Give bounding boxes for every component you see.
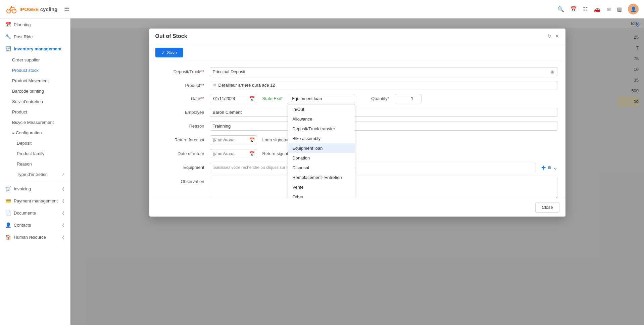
dropdown-option-other[interactable]: Other: [288, 192, 355, 198]
equipment-add-button[interactable]: ✚: [541, 165, 546, 171]
reason-input[interactable]: [210, 122, 557, 131]
employee-row: Employee: [157, 108, 557, 117]
layout-icon[interactable]: ▩: [617, 6, 622, 12]
car-icon[interactable]: 🚗: [594, 6, 600, 12]
post-ride-icon: 🔧: [5, 34, 11, 39]
user-avatar[interactable]: 👤: [628, 4, 639, 14]
sidebar-item-inventory[interactable]: 🔄 Inventory management: [0, 43, 70, 55]
mail-icon[interactable]: ✉: [606, 6, 611, 12]
observation-textarea[interactable]: [210, 177, 557, 198]
modal-footer: Close: [149, 198, 565, 217]
deposit-truck-row: Deposit/Truck* ◉: [157, 67, 557, 76]
sidebar-item-contacts[interactable]: 👤 Contacts ❮: [0, 219, 70, 231]
deposit-truck-label: Deposit/Truck*: [157, 67, 204, 74]
sidebar-item-product-movement[interactable]: Product Movement: [0, 76, 70, 86]
quantity-input[interactable]: [395, 94, 422, 103]
dropdown-option-in-out[interactable]: In/Out: [288, 104, 355, 114]
dropdown-option-deposit-transfer[interactable]: Deposit/Truck transfer: [288, 124, 355, 134]
documents-icon: 📄: [5, 210, 11, 216]
dropdown-option-bike-assembly[interactable]: Bike assembly: [288, 134, 355, 143]
date-field: 📅 State Exit* Equipment loan In/Out Allo…: [210, 94, 557, 103]
calendar-icon[interactable]: 📅: [570, 6, 577, 12]
human-resource-icon: 🏠: [5, 234, 11, 240]
payment-icon: 💳: [5, 198, 11, 203]
date-return-field: 📅 Return signature: [210, 149, 557, 158]
dropdown-option-allowance[interactable]: Allowance: [288, 114, 355, 124]
product-tag-value: Dérailleur arriéré dura ace 12: [218, 83, 275, 88]
return-forecast-label: Return forecast: [157, 135, 204, 142]
planning-icon: 📅: [5, 22, 11, 27]
sidebar-item-product-stock[interactable]: Product stock: [0, 65, 70, 76]
sidebar-item-reason[interactable]: Reason: [0, 159, 70, 169]
close-button[interactable]: Close: [535, 202, 559, 213]
date-label: Date*: [157, 94, 204, 101]
modal-refresh-icon[interactable]: ↻: [547, 33, 552, 39]
return-forecast-calendar-icon[interactable]: 📅: [249, 137, 255, 143]
inventory-icon: 🔄: [5, 46, 11, 51]
return-forecast-input[interactable]: [212, 136, 249, 144]
equipment-hint[interactable]: Saisissez votre recherche ou cliquez sur…: [210, 163, 536, 172]
sidebar-item-payment-management[interactable]: 💳 Payment management ❮: [0, 195, 70, 207]
grid-icon[interactable]: ☷: [583, 6, 588, 12]
modal-toolbar: ✓ Save: [149, 44, 565, 61]
product-tag-remove[interactable]: ✕: [213, 83, 216, 88]
equipment-field: Saisissez votre recherche ou cliquez sur…: [210, 163, 557, 172]
sidebar-item-documents[interactable]: 📄 Documents ❮: [0, 207, 70, 219]
dropdown-option-disposal[interactable]: Disposal: [288, 163, 355, 173]
sidebar-item-product-family[interactable]: Product family: [0, 148, 70, 159]
sidebar-item-order-supplier[interactable]: Order supplier: [0, 55, 70, 65]
sidebar-item-type-entretien[interactable]: Type d'entretien ↗: [0, 169, 70, 180]
dropdown-option-remplacement[interactable]: Remplacement- Entretien: [288, 173, 355, 182]
sidebar-item-configuration[interactable]: ≡ Configuration: [0, 128, 70, 138]
sidebar-item-suivi-entretien[interactable]: Suivi d'entretien: [0, 96, 70, 107]
save-check-icon: ✓: [161, 50, 165, 55]
sidebar-item-product[interactable]: Product: [0, 107, 70, 117]
modal-close-icon[interactable]: ✕: [555, 33, 559, 39]
observation-field: [210, 177, 557, 198]
dropdown-option-vente[interactable]: Vente: [288, 182, 355, 192]
search-icon[interactable]: 🔍: [557, 6, 564, 12]
product-label: Product*: [157, 81, 204, 88]
reason-row: Reason: [157, 122, 557, 131]
equipment-expand-button[interactable]: ⌄: [553, 165, 557, 171]
deposit-truck-field: ◉: [210, 67, 557, 76]
sidebar-item-barcode-printing[interactable]: Barcode printing: [0, 86, 70, 96]
deposit-truck-input[interactable]: [213, 67, 550, 76]
sidebar-item-deposit[interactable]: Deposit: [0, 138, 70, 148]
sidebar-item-human-resource[interactable]: 🏠 Human resource ❮: [0, 231, 70, 243]
state-exit-select[interactable]: Equipment loan In/Out Allowance Deposit/…: [288, 94, 355, 103]
date-return-calendar-icon[interactable]: 📅: [249, 151, 255, 156]
sidebar-item-planning[interactable]: 📅 Planning: [0, 18, 70, 31]
employee-input[interactable]: [210, 108, 557, 117]
state-exit-dropdown: In/Out Allowance Deposit/Truck transfer …: [288, 104, 355, 198]
product-row: Product* ✕ Dérailleur arriéré dura ace 1…: [157, 81, 557, 89]
dropdown-option-equipment-loan[interactable]: Equipment loan: [288, 143, 355, 153]
modal-header: Out of Stock ↻ ✕: [149, 29, 565, 44]
product-field: ✕ Dérailleur arriéré dura ace 12: [210, 81, 557, 89]
date-input[interactable]: [212, 94, 249, 103]
product-tag-wrap: ✕ Dérailleur arriéré dura ace 12: [210, 81, 557, 89]
svg-point-2: [11, 6, 12, 7]
brand-icon: [5, 3, 17, 15]
save-button[interactable]: ✓ Save: [155, 48, 183, 57]
sidebar-item-post-ride[interactable]: 🔧 Post Ride: [0, 31, 70, 43]
date-calendar-icon[interactable]: 📅: [249, 96, 255, 101]
loan-signature-label: Loan signature: [262, 137, 291, 142]
brand: IPOGEE cycling: [5, 3, 57, 15]
navbar: IPOGEE cycling ☰ 🔍 📅 ☷ 🚗 ✉ ▩ 👤: [0, 0, 644, 18]
return-forecast-input-wrap: 📅: [210, 135, 257, 144]
modal-title: Out of Stock: [155, 33, 543, 39]
return-forecast-field: 📅 Loan signature: [210, 135, 557, 144]
dropdown-option-donation[interactable]: Donation: [288, 153, 355, 163]
hamburger-icon[interactable]: ☰: [64, 5, 69, 13]
sidebar-item-bicycle-measurement[interactable]: Bicycle Measurement: [0, 117, 70, 128]
equipment-actions: ✚ ≡ ⌄: [541, 165, 557, 171]
deposit-truck-clear-icon[interactable]: ◉: [550, 69, 554, 75]
sidebar-item-invoicing[interactable]: 🛒 Invoicing ❮: [0, 183, 70, 195]
payment-arrow-icon: ❮: [62, 199, 65, 203]
date-return-input[interactable]: [212, 149, 249, 158]
employee-field: [210, 108, 557, 117]
equipment-list-button[interactable]: ≡: [548, 165, 551, 171]
state-exit-select-wrap: Equipment loan In/Out Allowance Deposit/…: [288, 94, 355, 103]
human-resource-arrow-icon: ❮: [62, 235, 65, 239]
